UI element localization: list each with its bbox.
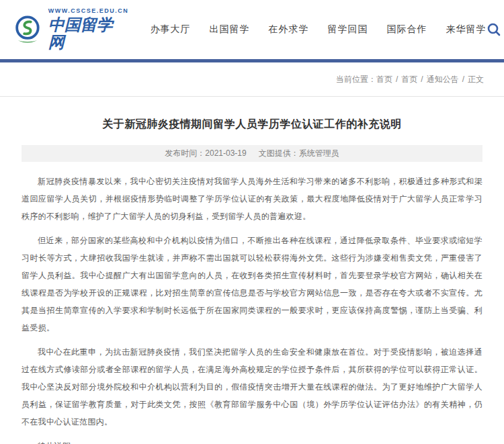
breadcrumb-notices[interactable]: 通知公告 xyxy=(427,74,459,85)
closing-line: 特此说明。 xyxy=(22,437,482,444)
breadcrumb-separator: / xyxy=(462,75,464,84)
publish-time: 发布时间：2021-03-19 xyxy=(165,148,246,159)
breadcrumb-prefix: 当前位置： xyxy=(336,74,376,85)
article-meta-bar: 发布时间：2021-03-19 文图提供：系统管理员 xyxy=(22,145,482,162)
breadcrumb: 当前位置： 首页 / 首页 / 通知公告 / 正文 xyxy=(0,62,504,97)
search-icon[interactable] xyxy=(487,22,501,37)
nav-item-study-in-china[interactable]: 来华留学 xyxy=(446,24,487,36)
paragraph-2: 但近来，部分国家的某些高校和中介机构以疫情为借口，不断推出各种在线课程，通过降低… xyxy=(22,232,482,337)
breadcrumb-separator: / xyxy=(396,75,398,84)
header-right: 登录 | English xyxy=(487,17,504,42)
nav-item-study-abroad[interactable]: 出国留学 xyxy=(210,24,250,36)
content-provider: 文图提供：系统管理员 xyxy=(259,148,339,159)
main-nav: 办事大厅 出国留学 在外求学 留学回国 国际合作 来华留学 xyxy=(151,24,487,36)
logo-site-name: 中国留学网 xyxy=(48,16,129,52)
logo-icon xyxy=(12,14,43,45)
nav-item-returning-home[interactable]: 留学回国 xyxy=(328,24,368,36)
breadcrumb-separator: / xyxy=(421,75,423,84)
logo-url: WWW.CSCSE.EDU.CN xyxy=(48,8,129,15)
site-logo[interactable]: WWW.CSCSE.EDU.CN 中国留学网 xyxy=(12,8,129,52)
article-body: 新冠肺炎疫情暴发以来，我中心密切关注疫情对我留学人员海外生活和学习带来的诸多不利… xyxy=(22,173,482,444)
logo-text: WWW.CSCSE.EDU.CN 中国留学网 xyxy=(48,8,129,52)
nav-item-intl-cooperation[interactable]: 国际合作 xyxy=(387,24,427,36)
breadcrumb-current: 正文 xyxy=(468,74,484,85)
paragraph-1: 新冠肺炎疫情暴发以来，我中心密切关注疫情对我留学人员海外生活和学习带来的诸多不利… xyxy=(22,173,482,225)
nav-item-studying-overseas[interactable]: 在外求学 xyxy=(269,24,309,36)
nav-item-service-hall[interactable]: 办事大厅 xyxy=(151,24,191,36)
article-title: 关于新冠肺炎疫情期间留学人员学历学位认证工作的补充说明 xyxy=(22,117,482,132)
breadcrumb-home[interactable]: 首页 xyxy=(376,74,392,85)
paragraph-3: 我中心在此重申，为抗击新冠肺炎疫情，我们坚决把留学人员的生命安全和健康放在首位。… xyxy=(22,343,482,431)
article: 关于新冠肺炎疫情期间留学人员学历学位认证工作的补充说明 发布时间：2021-03… xyxy=(0,97,504,444)
site-header: WWW.CSCSE.EDU.CN 中国留学网 办事大厅 出国留学 在外求学 留学… xyxy=(0,0,504,59)
breadcrumb-home-2[interactable]: 首页 xyxy=(401,74,417,85)
